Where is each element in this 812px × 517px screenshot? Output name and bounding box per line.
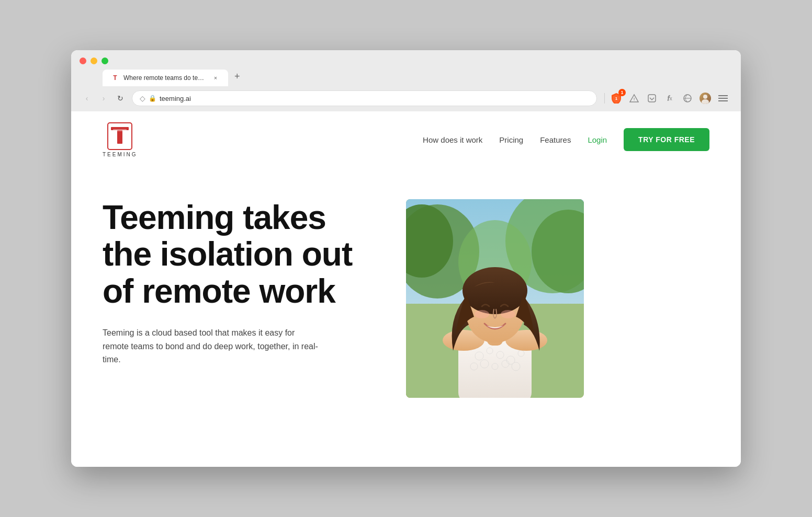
- user-avatar-icon[interactable]: [698, 91, 713, 106]
- new-tab-button[interactable]: +: [228, 67, 246, 85]
- divider: [604, 93, 605, 104]
- hero-image-container: [406, 199, 584, 398]
- browser-chrome: T Where remote teams do team bi × + ‹ › …: [71, 50, 741, 111]
- try-free-button[interactable]: TRY FOR FREE: [624, 128, 709, 151]
- logo-text: TEEMING: [103, 152, 138, 157]
- tab-title: Where remote teams do team bi: [123, 74, 207, 82]
- svg-rect-2: [648, 95, 656, 102]
- svg-text:1: 1: [615, 96, 618, 101]
- lock-icon: 🔒: [149, 95, 156, 102]
- svg-point-37: [501, 310, 515, 318]
- nav-links: How does it work Pricing Features Login: [423, 135, 607, 144]
- person-illustration: [406, 199, 584, 398]
- math-icon[interactable]: f x: [662, 91, 677, 106]
- url-bar[interactable]: ◇ 🔒 teeming.ai: [132, 90, 597, 106]
- reload-button[interactable]: ↻: [113, 91, 128, 106]
- svg-point-35: [463, 267, 527, 314]
- hero-section: Teeming takes the isolation out of remot…: [71, 168, 741, 429]
- logo-icon: [107, 122, 133, 151]
- maximize-button[interactable]: [102, 58, 108, 64]
- nav-pricing[interactable]: Pricing: [499, 135, 523, 144]
- nav-features[interactable]: Features: [540, 135, 571, 144]
- tab-close-button[interactable]: ×: [211, 74, 220, 82]
- pocket-icon[interactable]: [645, 91, 659, 106]
- forward-button[interactable]: ›: [96, 91, 111, 106]
- tab-favicon-icon: T: [111, 74, 119, 82]
- menu-icon[interactable]: [716, 91, 730, 106]
- back-button[interactable]: ‹: [80, 91, 94, 106]
- address-bar: ‹ › ↻ ◇ 🔒 teeming.ai 1 1: [71, 86, 741, 111]
- nav-how-it-works[interactable]: How does it work: [423, 135, 482, 144]
- brave-shield-icon[interactable]: 1 1: [609, 91, 624, 106]
- close-button[interactable]: [80, 58, 86, 64]
- site-nav: TEEMING How does it work Pricing Feature…: [71, 111, 741, 168]
- traffic-lights: [71, 50, 741, 64]
- hero-subtitle: Teeming is a cloud based tool that makes…: [103, 326, 322, 366]
- logo[interactable]: TEEMING: [103, 122, 138, 157]
- svg-rect-11: [117, 130, 122, 144]
- alert-triangle-icon[interactable]: !: [627, 91, 641, 106]
- tab-bar: T Where remote teams do team bi × +: [71, 64, 741, 86]
- nav-login[interactable]: Login: [588, 135, 607, 144]
- hero-title: Teeming takes the isolation out of remot…: [103, 199, 375, 309]
- bookmark-icon: ◇: [140, 94, 145, 102]
- minimize-button[interactable]: [91, 58, 97, 64]
- shield-count-badge: 1: [618, 89, 626, 96]
- svg-point-5: [702, 99, 709, 104]
- svg-point-36: [475, 310, 489, 318]
- page-content: TEEMING How does it work Pricing Feature…: [71, 111, 741, 467]
- vpn-icon[interactable]: [680, 91, 695, 106]
- hero-content: Teeming takes the isolation out of remot…: [103, 199, 375, 366]
- browser-extensions: 1 1 ! f x: [601, 91, 732, 106]
- url-text: teeming.ai: [160, 95, 589, 102]
- svg-rect-12: [113, 129, 127, 131]
- active-tab[interactable]: T Where remote teams do team bi ×: [103, 70, 228, 86]
- browser-window: T Where remote teams do team bi × + ‹ › …: [71, 50, 741, 467]
- svg-text:!: !: [634, 97, 635, 101]
- hero-image: [406, 199, 584, 398]
- svg-point-4: [703, 95, 707, 99]
- nav-buttons: ‹ › ↻: [80, 91, 128, 106]
